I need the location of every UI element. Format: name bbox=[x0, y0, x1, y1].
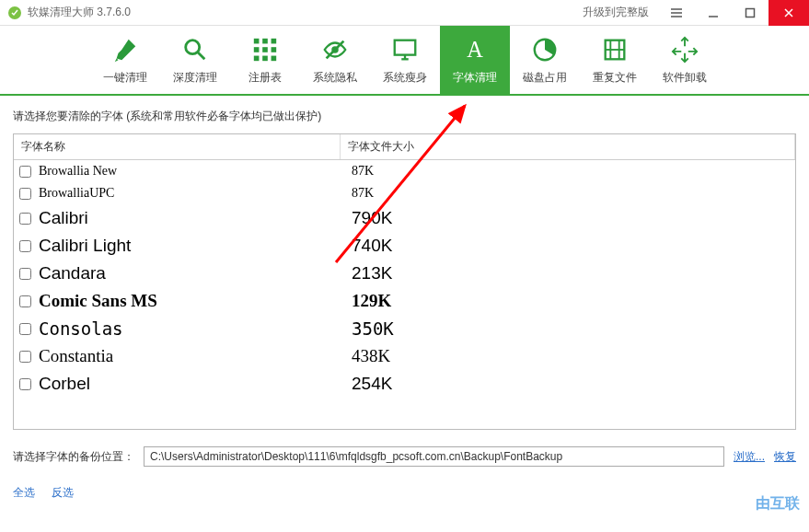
font-row[interactable]: Comic Sans MS129K bbox=[14, 287, 795, 315]
svg-rect-1 bbox=[746, 8, 755, 17]
font-checkbox[interactable] bbox=[19, 351, 31, 363]
window-title: 软媒清理大师 3.7.6.0 bbox=[28, 5, 583, 20]
svg-rect-10 bbox=[253, 55, 259, 61]
font-size: 87K bbox=[352, 186, 374, 201]
font-size: 438K bbox=[352, 346, 390, 366]
selection-row: 全选 反选 bbox=[13, 485, 796, 501]
toolbar-label: 系统瘦身 bbox=[383, 70, 427, 86]
font-checkbox[interactable] bbox=[19, 166, 31, 178]
svg-rect-8 bbox=[262, 47, 268, 52]
toolbar-brush[interactable]: 一键清理 bbox=[90, 26, 160, 94]
minimize-button[interactable] bbox=[695, 0, 732, 26]
font-row[interactable]: Consolas350K bbox=[14, 315, 795, 342]
toolbar-pie[interactable]: 磁盘占用 bbox=[510, 26, 580, 94]
backup-row: 请选择字体的备份位置： 浏览... 恢复 bbox=[13, 446, 796, 467]
grid-icon bbox=[250, 35, 280, 64]
svg-rect-4 bbox=[253, 38, 259, 43]
svg-text:A: A bbox=[467, 37, 483, 62]
svg-rect-15 bbox=[394, 40, 415, 54]
font-row[interactable]: Browallia New87K bbox=[14, 160, 795, 182]
column-header-size[interactable]: 字体文件大小 bbox=[341, 134, 795, 159]
toolbar-label: 重复文件 bbox=[593, 70, 637, 86]
font-name: Candara bbox=[39, 263, 352, 283]
close-button[interactable] bbox=[769, 0, 809, 26]
pie-icon bbox=[530, 35, 560, 64]
font-row[interactable]: BrowalliaUPC87K bbox=[14, 182, 795, 204]
font-row[interactable]: Corbel254K bbox=[14, 370, 795, 398]
font-list: 字体名称 字体文件大小 Browallia New87KBrowalliaUPC… bbox=[13, 133, 796, 430]
font-name: Consolas bbox=[39, 318, 352, 339]
toolbar-label: 软件卸载 bbox=[663, 70, 707, 86]
toolbar-label: 一键清理 bbox=[103, 70, 147, 86]
toolbar-recycle[interactable]: 软件卸载 bbox=[650, 26, 720, 94]
svg-rect-11 bbox=[262, 55, 268, 61]
toolbar-label: 磁盘占用 bbox=[523, 70, 567, 86]
invert-selection-link[interactable]: 反选 bbox=[52, 485, 74, 501]
font-size: 350K bbox=[352, 318, 394, 339]
font-checkbox[interactable] bbox=[19, 323, 31, 335]
toolbar-eye-slash[interactable]: 系统隐私 bbox=[300, 26, 370, 94]
content-area: 请选择您要清除的字体 (系统和常用软件必备字体均已做出保护) 字体名称 字体文件… bbox=[0, 96, 809, 514]
font-size: 87K bbox=[352, 164, 374, 179]
backup-label: 请选择字体的备份位置： bbox=[13, 449, 134, 465]
magnify-icon bbox=[180, 35, 210, 64]
font-size: 129K bbox=[352, 291, 391, 311]
toolbar-label: 深度清理 bbox=[173, 70, 217, 86]
restore-link[interactable]: 恢复 bbox=[774, 449, 796, 465]
svg-rect-7 bbox=[253, 47, 259, 52]
toolbar-font[interactable]: A字体清理 bbox=[440, 26, 510, 94]
font-icon: A bbox=[460, 35, 490, 64]
eye-slash-icon bbox=[320, 35, 350, 64]
toolbar-label: 注册表 bbox=[248, 70, 282, 86]
brush-icon bbox=[110, 35, 140, 64]
font-checkbox[interactable] bbox=[19, 188, 31, 200]
list-header: 字体名称 字体文件大小 bbox=[14, 134, 795, 160]
font-checkbox[interactable] bbox=[19, 268, 31, 280]
font-name: Browallia New bbox=[39, 164, 352, 179]
app-logo-icon bbox=[7, 6, 22, 20]
monitor-icon bbox=[390, 35, 420, 64]
browse-link[interactable]: 浏览... bbox=[734, 449, 765, 465]
font-row[interactable]: Calibri Light740K bbox=[14, 232, 795, 260]
toolbar-magnify[interactable]: 深度清理 bbox=[160, 26, 230, 94]
font-checkbox[interactable] bbox=[19, 378, 31, 390]
font-name: Constantia bbox=[39, 346, 352, 366]
toolbar-grid[interactable]: 注册表 bbox=[230, 26, 300, 94]
svg-rect-12 bbox=[271, 55, 276, 61]
font-row[interactable]: Candara213K bbox=[14, 260, 795, 287]
duplicate-icon bbox=[600, 35, 630, 64]
column-header-name[interactable]: 字体名称 bbox=[14, 134, 341, 159]
font-row[interactable]: Calibri790K bbox=[14, 204, 795, 232]
menu-button[interactable] bbox=[658, 0, 695, 26]
font-name: BrowalliaUPC bbox=[39, 186, 352, 201]
font-size: 213K bbox=[352, 263, 392, 283]
font-name: Calibri bbox=[39, 208, 352, 228]
font-row[interactable]: Constantia438K bbox=[14, 342, 795, 370]
svg-point-2 bbox=[185, 40, 199, 53]
toolbar-duplicate[interactable]: 重复文件 bbox=[580, 26, 650, 94]
select-all-link[interactable]: 全选 bbox=[13, 485, 35, 501]
font-checkbox[interactable] bbox=[19, 213, 31, 225]
svg-rect-9 bbox=[271, 47, 276, 52]
font-size: 790K bbox=[352, 208, 392, 228]
font-name: Comic Sans MS bbox=[39, 291, 352, 311]
backup-path-input[interactable] bbox=[144, 446, 724, 467]
font-checkbox[interactable] bbox=[19, 240, 31, 252]
font-size: 740K bbox=[352, 236, 392, 256]
toolbar-monitor[interactable]: 系统瘦身 bbox=[370, 26, 440, 94]
instruction-text: 请选择您要清除的字体 (系统和常用软件必备字体均已做出保护) bbox=[13, 109, 796, 124]
titlebar: 软媒清理大师 3.7.6.0 升级到完整版 bbox=[0, 0, 809, 26]
font-name: Calibri Light bbox=[39, 236, 352, 256]
svg-line-3 bbox=[197, 52, 204, 59]
maximize-button[interactable] bbox=[732, 0, 769, 26]
svg-rect-6 bbox=[271, 38, 276, 43]
recycle-icon bbox=[670, 35, 699, 64]
font-name: Corbel bbox=[39, 374, 352, 394]
toolbar-label: 字体清理 bbox=[453, 70, 497, 86]
upgrade-link[interactable]: 升级到完整版 bbox=[583, 5, 649, 20]
font-size: 254K bbox=[352, 374, 392, 394]
font-checkbox[interactable] bbox=[19, 295, 31, 307]
list-body[interactable]: Browallia New87KBrowalliaUPC87KCalibri79… bbox=[14, 160, 795, 429]
svg-rect-5 bbox=[262, 38, 268, 43]
toolbar-label: 系统隐私 bbox=[313, 70, 357, 86]
